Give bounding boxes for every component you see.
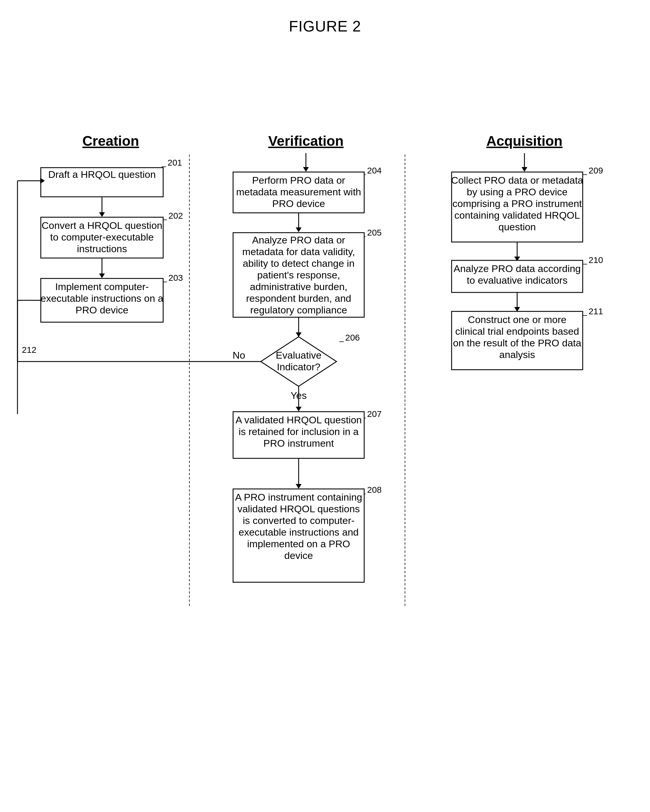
svg-text:containing validated HRQOL: containing validated HRQOL xyxy=(455,210,580,221)
svg-text:Convert a HRQOL question: Convert a HRQOL question xyxy=(42,220,163,231)
ref-202: 202 xyxy=(168,211,183,220)
label-no: No xyxy=(233,350,245,361)
svg-text:respondent burden, and: respondent burden, and xyxy=(246,293,351,304)
ref-209: 209 xyxy=(589,166,603,175)
svg-text:PRO device: PRO device xyxy=(75,304,128,316)
svg-text:executable instructions on a: executable instructions on a xyxy=(41,293,163,304)
arrowhead-top-204 xyxy=(303,167,309,172)
svg-text:patient's response,: patient's response, xyxy=(257,269,340,281)
page-title: FIGURE 2 xyxy=(0,17,650,35)
svg-text:PRO instrument: PRO instrument xyxy=(263,438,334,449)
col-header-verification: Verification xyxy=(268,133,344,149)
svg-text:implemented on a PRO: implemented on a PRO xyxy=(247,538,350,549)
ref-211: 211 xyxy=(589,307,603,316)
ref-203: 203 xyxy=(168,273,183,282)
diagram-svg: Creation Verification Acquisition 201 Dr… xyxy=(0,52,650,810)
svg-text:A validated HRQOL question: A validated HRQOL question xyxy=(235,414,362,425)
ref-212: 212 xyxy=(22,345,37,354)
svg-text:comprising a PRO instrument: comprising a PRO instrument xyxy=(452,198,582,209)
arrowhead-202-203 xyxy=(99,273,105,278)
svg-text:on the result of the PRO data: on the result of the PRO data xyxy=(453,337,581,348)
arrowhead-204-205 xyxy=(296,227,301,232)
svg-text:executable instructions and: executable instructions and xyxy=(239,527,359,538)
ref-205: 205 xyxy=(367,228,382,237)
ref-210: 210 xyxy=(589,255,603,265)
svg-text:A PRO instrument containing: A PRO instrument containing xyxy=(235,491,362,503)
arrowhead-yes xyxy=(296,407,301,411)
ref-204: 204 xyxy=(367,166,382,175)
svg-text:device: device xyxy=(285,550,313,561)
svg-text:PRO device: PRO device xyxy=(272,198,325,209)
svg-text:Analyze PRO data according: Analyze PRO data according xyxy=(454,263,581,274)
col-header-creation: Creation xyxy=(82,133,139,149)
ref-201: 201 xyxy=(167,158,182,167)
arrowhead-207-208 xyxy=(296,484,301,488)
svg-text:Evaluative: Evaluative xyxy=(276,350,322,361)
svg-text:analysis: analysis xyxy=(499,349,535,360)
svg-text:question: question xyxy=(498,221,536,232)
svg-text:regulatory compliance: regulatory compliance xyxy=(250,304,347,316)
ref-206: 206 xyxy=(345,333,360,342)
ref-208: 208 xyxy=(367,485,382,495)
diagram-container: Creation Verification Acquisition 201 Dr… xyxy=(0,52,650,812)
svg-text:is converted to computer-: is converted to computer- xyxy=(243,515,355,526)
svg-text:Analyze PRO data or: Analyze PRO data or xyxy=(252,234,345,246)
arrowhead-201-202 xyxy=(99,212,105,217)
svg-text:metadata for data validity,: metadata for data validity, xyxy=(242,246,355,257)
ref-207: 207 xyxy=(367,409,382,419)
svg-text:clinical trial endpoints based: clinical trial endpoints based xyxy=(455,326,579,337)
svg-text:Perform PRO data or: Perform PRO data or xyxy=(252,175,345,186)
svg-text:administrative burden,: administrative burden, xyxy=(250,281,347,292)
svg-text:Implement computer-: Implement computer- xyxy=(55,281,149,292)
svg-text:Collect PRO data or metadata: Collect PRO data or metadata xyxy=(451,175,583,186)
svg-text:Indicator?: Indicator? xyxy=(277,361,320,372)
svg-text:is retained for inclusion in a: is retained for inclusion in a xyxy=(239,426,359,437)
svg-text:Draft a HRQOL question: Draft a HRQOL question xyxy=(48,169,155,180)
svg-text:metadata measurement with: metadata measurement with xyxy=(236,186,361,197)
svg-text:by using a PRO device: by using a PRO device xyxy=(467,186,568,197)
svg-text:Construct one or more: Construct one or more xyxy=(468,314,566,325)
svg-text:to evaluative indicators: to evaluative indicators xyxy=(467,275,568,286)
col-header-acquisition: Acquisition xyxy=(486,133,562,149)
svg-text:to computer-executable: to computer-executable xyxy=(50,232,154,243)
svg-text:ability to detect change in: ability to detect change in xyxy=(243,258,355,269)
arrowhead-top-209 xyxy=(522,167,527,172)
svg-text:instructions: instructions xyxy=(77,243,127,254)
svg-text:validated HRQOL questions: validated HRQOL questions xyxy=(237,503,360,514)
